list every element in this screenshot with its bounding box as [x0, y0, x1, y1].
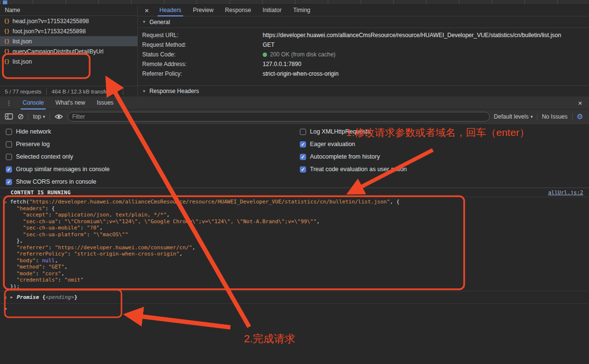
json-file-icon: {} [4, 18, 10, 24]
checkbox: ✓ [6, 166, 12, 173]
checkbox: ✓ [6, 141, 12, 148]
remote-address-value: 127.0.0.1:7890 [263, 61, 301, 67]
json-file-icon: {} [4, 28, 10, 34]
log-levels-dropdown[interactable]: Default levels ▾ [494, 113, 533, 120]
tab-initiator[interactable]: Initiator [257, 5, 287, 16]
divider [572, 113, 573, 120]
checkbox: ✓ [300, 154, 306, 160]
clear-console-icon[interactable]: ⊘ [17, 112, 24, 121]
javascript-context-dropdown[interactable]: top ▾ [33, 113, 45, 120]
json-file-icon: {} [4, 59, 10, 64]
console-tab-bar: ⋮ Console What's new Issues × [0, 96, 589, 109]
tab-timing[interactable]: Timing [287, 5, 316, 16]
promise-pending-state: <pending> [45, 294, 74, 300]
network-status-bar: 5 / 77 requests 464 B / 12.3 kB transfer… [0, 86, 137, 96]
console-result-entry: ‹ ▶ Promise { <pending> } [0, 291, 589, 304]
transferred-size: 464 B / 12.3 kB transferred [52, 89, 118, 94]
option-selected-context-only[interactable]: ✓ Selected context only [6, 150, 110, 163]
issues-counter[interactable]: No Issues [542, 113, 567, 120]
tab-response[interactable]: Response [219, 5, 257, 16]
detail-label: Request Method: [138, 41, 263, 48]
request-url-value: https://developer.huawei.com/allianceCms… [263, 32, 561, 39]
detail-label: Remote Address: [138, 61, 263, 67]
divider [50, 113, 50, 120]
request-name: queryCampaignDistributDetailByUrl [13, 48, 104, 55]
option-treat-eval-user-action[interactable]: ✓ Treat code evaluation as user action [300, 163, 407, 175]
tab-preview[interactable]: Preview [187, 5, 219, 16]
tab-whats-new[interactable]: What's new [50, 96, 91, 109]
close-console-drawer-icon[interactable]: × [571, 99, 589, 107]
show-console-sidebar-icon[interactable] [5, 113, 13, 120]
option-log-xhr[interactable]: ✓ Log XMLHttpRequests [300, 125, 407, 138]
source-location-link[interactable]: allUrl.js:2 [548, 189, 589, 196]
create-live-expression-eye-icon[interactable] [54, 114, 63, 120]
network-request-row[interactable]: {} queryCampaignDistributDetailByUrl [0, 46, 137, 56]
return-value-icon: ‹ [0, 294, 11, 301]
detail-label: Status Code: [138, 51, 263, 58]
option-group-similar[interactable]: ✓ Group similar messages in console [6, 163, 110, 175]
chevron-down-icon: ▾ [531, 114, 533, 119]
console-settings-gear-icon[interactable]: ⚙ [577, 112, 584, 121]
triangle-down-icon: ▼ [142, 89, 146, 94]
console-prompt[interactable]: > [0, 304, 589, 313]
general-section-header[interactable]: ▼ General [138, 16, 589, 28]
console-message-text: CONTENT IS RUNNING [11, 189, 71, 196]
checkbox: ✓ [300, 141, 306, 148]
console-log-area: CONTENT IS RUNNING allUrl.js:2 > fetch("… [0, 188, 589, 364]
detail-row: Remote Address: 127.0.0.1:7890 [138, 59, 589, 69]
option-show-cors-errors[interactable]: ✓ Show CORS errors in console [6, 175, 110, 188]
option-preserve-log[interactable]: ✓ Preserve log [6, 138, 110, 150]
status-code-value: 200 OK (from disk cache) [263, 51, 335, 58]
network-request-row[interactable]: {} head.json?v=1715324255898 [0, 16, 137, 26]
checkbox: ✓ [6, 129, 12, 135]
request-name: head.json?v=1715324255898 [13, 18, 89, 25]
console-message-row: CONTENT IS RUNNING allUrl.js:2 [0, 188, 589, 197]
referrer-policy-value: strict-origin-when-cross-origin [263, 70, 338, 77]
network-panel: Name {} head.json?v=1715324255898 {} foo… [0, 5, 138, 96]
kebab-menu-icon[interactable]: ⋮ [0, 99, 17, 107]
chevron-down-icon: ▾ [43, 114, 45, 119]
close-details-icon[interactable]: × [138, 6, 154, 14]
divider [46, 88, 47, 95]
triangle-down-icon: ▼ [142, 20, 146, 24]
details-tab-bar: × Headers Preview Response Initiator Tim… [138, 5, 589, 16]
detail-row: Status Code: 200 OK (from disk cache) [138, 50, 589, 59]
network-name-column-header[interactable]: Name [0, 5, 137, 16]
json-file-icon: {} [4, 39, 10, 44]
option-eager-evaluation[interactable]: ✓ Eager evaluation [300, 138, 407, 150]
fetch-command-code[interactable]: fetch("https://developer.huawei.com/alli… [10, 199, 589, 290]
requests-count: 5 / 77 requests [5, 89, 41, 94]
detail-label: Request URL: [138, 32, 263, 39]
command-echo-chevron-icon: > [4, 200, 7, 205]
request-name: list.json [13, 58, 32, 65]
result-class-name: Promise [17, 294, 39, 300]
checkbox: ✓ [6, 154, 12, 160]
option-hide-network[interactable]: ✓ Hide network [6, 125, 110, 138]
detail-label: Referrer Policy: [138, 70, 263, 77]
checkbox: ✓ [300, 166, 306, 173]
console-settings-left-column: ✓ Hide network ✓ Preserve log ✓ Selected… [6, 125, 110, 188]
checkbox: ✓ [300, 129, 306, 135]
console-settings-right-column: ✓ Log XMLHttpRequests ✓ Eager evaluation… [300, 125, 407, 175]
general-rows: Request URL: https://developer.huawei.co… [138, 28, 589, 79]
network-request-row[interactable]: {} foot.json?v=1715324255898 [0, 26, 137, 36]
network-request-row-selected[interactable]: {} list.json [0, 36, 137, 46]
network-request-row-annotated[interactable]: {} list.json [0, 56, 137, 67]
detail-row: Request URL: https://developer.huawei.co… [138, 30, 589, 40]
tab-issues[interactable]: Issues [91, 96, 120, 109]
request-details-panel: × Headers Preview Response Initiator Tim… [138, 5, 589, 96]
request-name: foot.json?v=1715324255898 [13, 28, 86, 35]
divider [123, 88, 123, 95]
tab-console[interactable]: Console [17, 96, 50, 109]
console-filter-input[interactable] [67, 112, 490, 121]
expand-triangle-icon[interactable]: ▶ [11, 295, 17, 299]
request-name: list.json [13, 38, 32, 45]
overview-selection-marker [3, 0, 7, 4]
tab-headers[interactable]: Headers [154, 5, 187, 16]
detail-row: Request Method: GET [138, 40, 589, 50]
option-autocomplete-history[interactable]: ✓ Autocomplete from history [300, 150, 407, 163]
json-file-icon: {} [4, 49, 10, 54]
console-toolbar: ⊘ top ▾ Default levels ▾ No Issues ⚙ [0, 109, 589, 124]
section-title: Response Headers [149, 88, 199, 94]
response-headers-section-header[interactable]: ▼ Response Headers [138, 85, 589, 97]
